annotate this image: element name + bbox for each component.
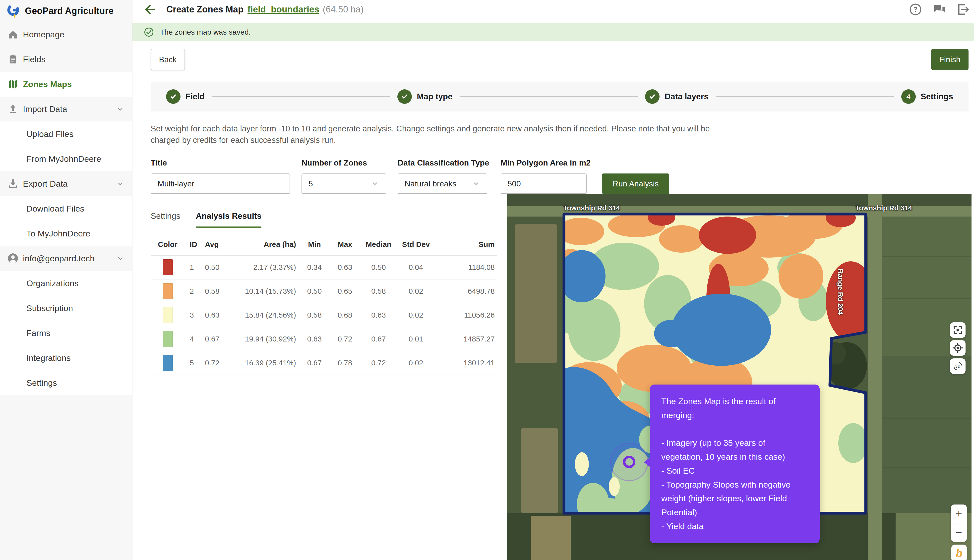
tab-settings[interactable]: Settings [151,211,180,227]
chat-icon[interactable] [933,3,946,16]
table-row: 5 0.72 16.39 (25.41%) 0.67 0.78 0.72 0.0… [151,351,497,375]
settings-description: Set weight for each data layer form -10 … [151,123,718,146]
field-area-label: (64.50 ha) [323,4,364,15]
sidebar-item-import-data[interactable]: Import Data [0,97,132,122]
sidebar-item-account[interactable]: info@geopard.tech [0,246,132,271]
zone-color-swatch [163,283,173,299]
min-polygon-area-label: Min Polygon Area in m2 [501,158,591,168]
classification-type-label: Data Classification Type [398,158,489,168]
step-field[interactable]: Field [166,89,205,104]
road-label-township-right: Township Rd 314 [855,204,912,212]
svg-text:?: ? [913,5,917,13]
number-of-zones-label: Number of Zones [302,158,386,168]
finish-button[interactable]: Finish [931,49,969,70]
step-data-layers[interactable]: Data layers [645,89,708,104]
map-icon [7,78,19,91]
sidebar-item-download-files[interactable]: Download Files [0,196,132,221]
chevron-down-icon [116,254,125,263]
geopard-logo-icon [7,3,22,18]
chevron-down-icon [116,105,125,113]
zoom-in-button[interactable]: + [951,505,967,523]
chevron-down-icon [116,180,125,188]
zone-color-swatch [163,355,173,371]
min-polygon-area-input[interactable] [501,173,587,194]
table-header-row: Color ID Avg Area (ha) Min Max Median St… [151,233,497,255]
sidebar-item-organizations[interactable]: Organizations [0,271,132,296]
title-input[interactable] [151,173,290,194]
sidebar-item-upload-files[interactable]: Upload Files [0,122,132,147]
tab-analysis-results[interactable]: Analysis Results [196,211,262,227]
step-number: 4 [906,92,911,101]
sidebar-item-zones-maps[interactable]: Zones Maps [0,72,132,97]
chevron-down-icon [472,180,480,188]
svg-text:3D: 3D [955,364,960,368]
account-icon [7,252,19,265]
zone-color-swatch [163,331,173,347]
fit-bounds-button[interactable] [950,322,966,338]
toolbar: Back Finish [151,49,969,71]
col-sum: Sum [435,233,497,255]
help-icon[interactable]: ? [909,3,922,16]
sidebar-item-to-myjohndeere[interactable]: To MyJohnDeere [0,221,132,246]
step-check-icon [166,89,180,104]
logout-icon[interactable] [957,3,970,16]
road-label-township-left: Township Rd 314 [563,204,620,212]
sidebar-item-subscription[interactable]: Subscription [0,296,132,320]
check-circle-icon [143,27,154,38]
col-avg: Avg [205,233,237,255]
locate-button[interactable] [950,340,966,356]
classification-type-select[interactable]: Natural breaks [398,173,487,194]
col-area: Area (ha) [237,233,300,255]
road-label-range: Range Rd 204 [836,269,844,315]
sidebar-item-fields[interactable]: Fields [0,47,132,72]
col-min: Min [300,233,329,255]
sidebar-item-from-myjohndeere[interactable]: From MyJohnDeere [0,147,132,171]
number-of-zones-select[interactable]: 5 [302,173,386,194]
zoom-out-button[interactable]: − [951,523,967,542]
col-std-dev: Std Dev [397,233,435,255]
step-map-type[interactable]: Map type [397,89,452,104]
banner-message: The zones map was saved. [160,28,251,36]
analysis-form: Title Number of Zones 5 Data Classificat… [151,158,969,194]
table-row: 4 0.67 19.94 (30.92%) 0.63 0.72 0.67 0.0… [151,327,497,351]
table-row: 1 0.50 2.17 (3.37%) 0.34 0.63 0.50 0.04 … [151,255,497,279]
title-label: Title [151,158,290,168]
sidebar-item-integrations[interactable]: Integrations [0,345,132,370]
back-arrow-icon[interactable] [142,2,156,17]
map-view[interactable]: Township Rd 314 Township Rd 314 Range Rd… [507,194,974,560]
sidebar-item-settings[interactable]: Settings [0,370,132,395]
step-check-icon [397,89,412,104]
step-connector [460,96,638,97]
table-row: 2 0.58 10.14 (15.73%) 0.50 0.65 0.58 0.0… [151,279,497,303]
step-check-icon [645,89,660,104]
three-d-button[interactable]: 3D [950,358,966,374]
zoom-control: + − [951,505,967,542]
success-banner: The zones map was saved. [132,23,974,41]
zone-color-swatch [163,307,173,323]
step-connector [716,96,894,97]
table-row: 3 0.63 15.84 (24.56%) 0.58 0.68 0.63 0.0… [151,303,497,327]
back-button[interactable]: Back [151,49,185,70]
sidebar-item-homepage[interactable]: Homepage [0,22,132,47]
zone-color-swatch [163,259,173,275]
chevron-down-icon [371,180,379,188]
run-analysis-button[interactable]: Run Analysis [602,173,669,194]
sidebar-item-export-data[interactable]: Export Data [0,171,132,196]
step-settings[interactable]: 4 Settings [901,89,953,104]
map-marker[interactable] [623,456,635,468]
brand-name: GeoPard Agriculture [25,6,113,16]
sidebar: GeoPard Agriculture Homepage Fields Zone… [0,0,132,560]
stepper: Field Map type Data layers 4 Settings [151,82,969,112]
analysis-results-table: Color ID Avg Area (ha) Min Max Median St… [151,233,497,375]
col-median: Median [360,233,397,255]
scrollbar-track[interactable] [972,194,974,560]
top-header: Create Zones Map field_boundaries (64.50… [132,0,974,19]
step-connector [212,96,390,97]
home-icon [7,28,19,41]
col-id: ID [185,233,205,255]
col-max: Max [329,233,360,255]
sidebar-item-farms[interactable]: Farms [0,320,132,345]
col-color: Color [151,233,185,255]
field-boundaries-link[interactable]: field_boundaries [247,4,319,15]
sidebar-nav: Homepage Fields Zones Maps Import Data U… [0,22,132,395]
